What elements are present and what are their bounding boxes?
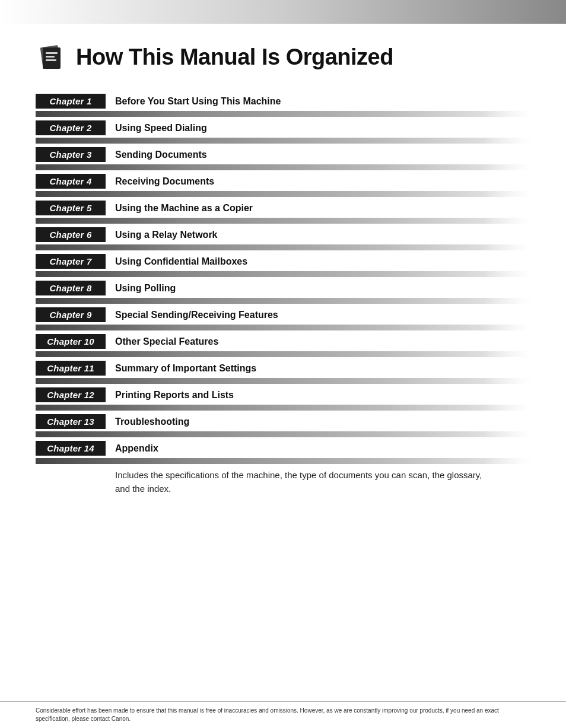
chapter-item: Chapter 13Troubleshooting bbox=[36, 411, 530, 430]
chapter-divider bbox=[36, 191, 530, 197]
svg-rect-3 bbox=[46, 56, 55, 58]
chapter-divider bbox=[36, 378, 530, 384]
chapter-item: Chapter 1Before You Start Using This Mac… bbox=[36, 90, 530, 110]
chapter-title: Using Polling bbox=[115, 283, 176, 294]
chapter-item: Chapter 4Receiving Documents bbox=[36, 170, 530, 190]
chapter-row: Chapter 4Receiving Documents bbox=[36, 170, 530, 197]
appendix-description: Includes the specifications of the machi… bbox=[115, 469, 483, 495]
chapter-divider bbox=[36, 325, 530, 330]
chapter-item: Chapter 7Using Confidential Mailboxes bbox=[36, 250, 530, 270]
svg-rect-4 bbox=[46, 59, 56, 61]
chapter-divider bbox=[36, 244, 530, 250]
chapter-row: Chapter 8Using Polling bbox=[36, 277, 530, 304]
chapter-row: Chapter 9Special Sending/Receiving Featu… bbox=[36, 304, 530, 330]
chapter-title: Using the Machine as a Copier bbox=[115, 203, 253, 214]
chapter-list: Chapter 1Before You Start Using This Mac… bbox=[36, 90, 530, 464]
chapter-badge: Chapter 10 bbox=[36, 334, 106, 349]
manual-icon bbox=[36, 42, 66, 72]
chapter-divider bbox=[36, 405, 530, 411]
chapter-row: Chapter 12Printing Reports and Lists bbox=[36, 384, 530, 411]
chapter-title: Appendix bbox=[115, 443, 158, 454]
chapter-divider bbox=[36, 431, 530, 437]
chapter-row: Chapter 10Other Special Features bbox=[36, 330, 530, 357]
chapter-badge: Chapter 4 bbox=[36, 174, 106, 189]
chapter-title: Special Sending/Receiving Features bbox=[115, 310, 278, 320]
chapter-row: Chapter 14Appendix bbox=[36, 437, 530, 464]
chapter-badge: Chapter 6 bbox=[36, 227, 106, 242]
top-bar bbox=[0, 0, 566, 24]
chapter-title: Summary of Important Settings bbox=[115, 363, 256, 374]
chapter-divider bbox=[36, 111, 530, 117]
chapter-row: Chapter 2Using Speed Dialing bbox=[36, 117, 530, 144]
chapter-item: Chapter 11Summary of Important Settings bbox=[36, 357, 530, 377]
chapter-row: Chapter 6Using a Relay Network bbox=[36, 224, 530, 250]
chapter-title: Sending Documents bbox=[115, 150, 207, 160]
chapter-badge: Chapter 13 bbox=[36, 414, 106, 429]
chapter-divider bbox=[36, 351, 530, 357]
chapter-badge: Chapter 14 bbox=[36, 441, 106, 456]
footer: Considerable effort has been made to ens… bbox=[0, 701, 566, 728]
chapter-item: Chapter 8Using Polling bbox=[36, 277, 530, 297]
chapter-row: Chapter 13Troubleshooting bbox=[36, 411, 530, 437]
chapter-badge: Chapter 2 bbox=[36, 120, 106, 135]
chapter-divider bbox=[36, 458, 530, 464]
chapter-item: Chapter 12Printing Reports and Lists bbox=[36, 384, 530, 403]
chapter-divider bbox=[36, 298, 530, 304]
chapter-title: Using a Relay Network bbox=[115, 230, 218, 240]
chapter-badge: Chapter 3 bbox=[36, 147, 106, 162]
chapter-badge: Chapter 7 bbox=[36, 254, 106, 269]
chapter-badge: Chapter 9 bbox=[36, 307, 106, 322]
chapter-title: Other Special Features bbox=[115, 336, 218, 347]
chapter-divider bbox=[36, 218, 530, 224]
chapter-item: Chapter 2Using Speed Dialing bbox=[36, 117, 530, 136]
footer-text: Considerable effort has been made to ens… bbox=[36, 707, 499, 722]
chapter-title: Using Speed Dialing bbox=[115, 123, 207, 133]
chapter-badge: Chapter 5 bbox=[36, 201, 106, 215]
chapter-title: Using Confidential Mailboxes bbox=[115, 256, 247, 267]
svg-rect-2 bbox=[46, 52, 58, 54]
chapter-item: Chapter 5Using the Machine as a Copier bbox=[36, 197, 530, 217]
chapter-item: Chapter 10Other Special Features bbox=[36, 330, 530, 350]
chapter-row: Chapter 3Sending Documents bbox=[36, 144, 530, 170]
chapter-badge: Chapter 11 bbox=[36, 361, 106, 376]
chapter-title: Printing Reports and Lists bbox=[115, 390, 234, 400]
chapter-item: Chapter 9Special Sending/Receiving Featu… bbox=[36, 304, 530, 323]
chapter-title: Before You Start Using This Machine bbox=[115, 96, 281, 107]
chapter-badge: Chapter 1 bbox=[36, 94, 106, 109]
chapter-divider bbox=[36, 271, 530, 277]
chapter-item: Chapter 14Appendix bbox=[36, 437, 530, 457]
chapter-row: Chapter 1Before You Start Using This Mac… bbox=[36, 90, 530, 117]
chapter-row: Chapter 5Using the Machine as a Copier bbox=[36, 197, 530, 224]
svg-rect-1 bbox=[43, 47, 61, 69]
chapter-divider bbox=[36, 164, 530, 170]
chapter-title: Receiving Documents bbox=[115, 176, 214, 187]
page-title: How This Manual Is Organized bbox=[76, 44, 393, 70]
chapter-badge: Chapter 8 bbox=[36, 281, 106, 295]
title-section: How This Manual Is Organized bbox=[36, 42, 530, 72]
chapter-badge: Chapter 12 bbox=[36, 387, 106, 402]
chapter-item: Chapter 3Sending Documents bbox=[36, 144, 530, 163]
page-content: How This Manual Is Organized Chapter 1Be… bbox=[0, 24, 566, 543]
chapter-title: Troubleshooting bbox=[115, 417, 189, 427]
chapter-row: Chapter 7Using Confidential Mailboxes bbox=[36, 250, 530, 277]
chapter-row: Chapter 11Summary of Important Settings bbox=[36, 357, 530, 384]
chapter-divider bbox=[36, 138, 530, 144]
chapter-item: Chapter 6Using a Relay Network bbox=[36, 224, 530, 243]
